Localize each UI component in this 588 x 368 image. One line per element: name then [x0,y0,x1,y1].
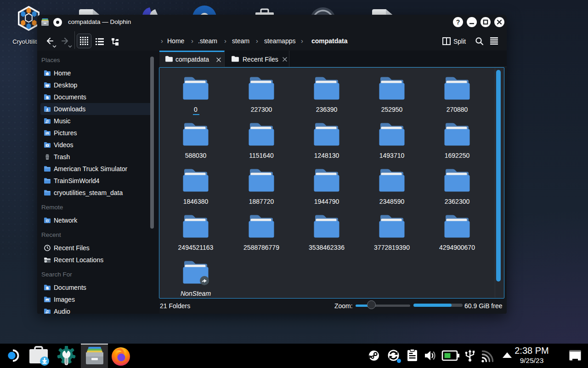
svg-text:?: ? [456,18,460,26]
